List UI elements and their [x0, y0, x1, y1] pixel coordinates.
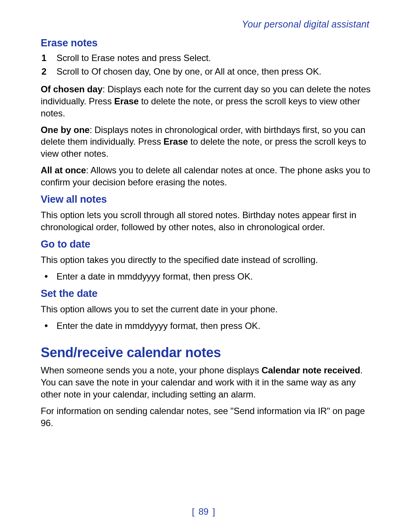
document-page: Your personal digital assistant Erase no…	[0, 0, 407, 532]
heading-send-receive: Send/receive calendar notes	[41, 345, 373, 361]
paragraph-send-receive-2: For information on sending calendar note…	[41, 405, 373, 429]
bullet-item: Enter a date in mmddyyyy format, then pr…	[41, 271, 373, 283]
bullet-item: Enter the date in mmddyyyy format, then …	[41, 320, 373, 332]
step-2: 2 Scroll to Of chosen day, One by one, o…	[41, 66, 373, 78]
step-text: Scroll to Of chosen day, One by one, or …	[57, 66, 321, 76]
step-number: 2	[41, 66, 46, 78]
bullet-list: Enter a date in mmddyyyy format, then pr…	[41, 271, 373, 283]
step-1: 1 Scroll to Erase notes and press Select…	[41, 52, 373, 64]
bracket-close: ]	[211, 506, 217, 517]
numbered-steps: 1 Scroll to Erase notes and press Select…	[41, 52, 373, 78]
paragraph-all-at-once: All at once: Allows you to delete all ca…	[41, 164, 373, 188]
heading-go-to-date: Go to date	[41, 238, 373, 250]
paragraph-one-by-one: One by one: Displays notes in chronologi…	[41, 124, 373, 160]
paragraph-send-receive-1: When someone sends you a note, your phon…	[41, 364, 373, 401]
running-header: Your personal digital assistant	[41, 19, 373, 30]
step-text: Scroll to Erase notes and press Select.	[57, 53, 211, 63]
page-number: [ 89 ]	[0, 506, 407, 517]
heading-erase-notes: Erase notes	[41, 37, 373, 49]
bullet-list: Enter the date in mmddyyyy format, then …	[41, 320, 373, 332]
page-number-value: 89	[199, 506, 209, 517]
bracket-open: [	[190, 506, 196, 517]
paragraph-set-date: This option allows you to set the curren…	[41, 303, 373, 315]
paragraph-go-to-date: This option takes you directly to the sp…	[41, 254, 373, 266]
paragraph-view-all: This option lets you scroll through all …	[41, 209, 373, 233]
heading-view-all-notes: View all notes	[41, 194, 373, 205]
step-number: 1	[41, 52, 46, 64]
paragraph-of-chosen-day: Of chosen day: Displays each note for th…	[41, 83, 373, 119]
heading-set-the-date: Set the date	[41, 288, 373, 300]
